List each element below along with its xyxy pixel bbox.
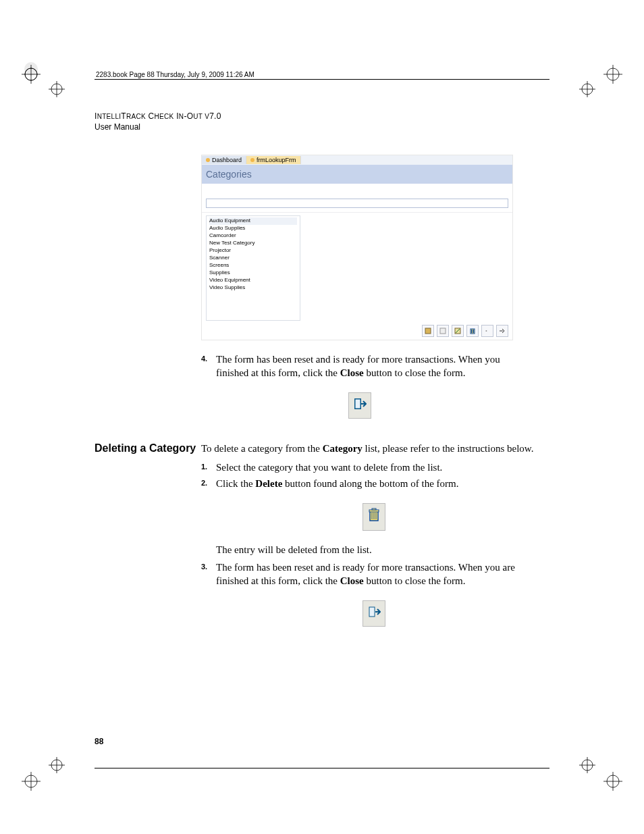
svg-text:•: • <box>485 328 487 334</box>
svg-rect-21 <box>372 509 376 510</box>
step-text: The form has been reset and is ready for… <box>216 353 518 380</box>
delete-button-icon <box>363 503 385 531</box>
edit-icon[interactable] <box>452 325 464 337</box>
step-text: Select the category that you want to del… <box>216 461 547 474</box>
step-text: Click the Delete button found along the … <box>216 477 547 490</box>
new-icon[interactable] <box>437 325 449 337</box>
list-item[interactable]: Audio Supplies <box>209 225 297 232</box>
list-item[interactable]: Supplies <box>209 269 297 277</box>
close-button-icon <box>363 600 385 627</box>
footer-rule <box>95 768 549 768</box>
step-text: The form has been reset and is ready for… <box>216 561 547 588</box>
section-title: Deleting a Category <box>95 442 201 639</box>
categories-form-screenshot: Dashboard frmLookupFrm Categories Audio … <box>201 155 513 340</box>
list-item[interactable]: Projector <box>209 247 297 255</box>
doc-title: INTELLITRACK CHECK IN-OUT V7.0 <box>95 111 547 121</box>
tab-label: Dashboard <box>212 157 242 163</box>
step-number: 2. <box>201 477 216 490</box>
close-button-icon <box>348 392 371 419</box>
close-icon[interactable] <box>496 325 508 337</box>
list-item[interactable]: Audio Equipment <box>209 217 297 225</box>
svg-rect-18 <box>355 399 360 409</box>
tab-dashboard[interactable]: Dashboard <box>202 156 246 164</box>
list-item[interactable]: New Test Category <box>209 240 297 247</box>
save-icon[interactable] <box>422 325 434 337</box>
svg-rect-11 <box>440 328 446 334</box>
step-number: 3. <box>201 561 216 588</box>
tab-label: frmLookupFrm <box>257 157 296 163</box>
list-item[interactable]: Scanner <box>209 255 297 262</box>
step-number: 4. <box>201 353 216 380</box>
crop-mark-icon <box>576 756 624 793</box>
list-item[interactable]: Screens <box>209 262 297 269</box>
crop-mark-icon <box>576 61 624 99</box>
list-item[interactable]: Video Equipment <box>209 277 297 284</box>
page-number: 88 <box>95 737 103 746</box>
svg-rect-25 <box>369 607 375 617</box>
help-icon[interactable]: • <box>481 325 493 337</box>
header-tag: 2283.book Page 88 Thursday, July 9, 2009… <box>96 71 254 78</box>
svg-rect-10 <box>425 328 431 334</box>
header-rule <box>95 79 549 80</box>
category-list[interactable]: Audio Equipment Audio Supplies Camcorder… <box>206 215 300 321</box>
search-input[interactable] <box>206 199 508 208</box>
tab-lookup-form[interactable]: frmLookupFrm <box>246 156 301 164</box>
delete-icon[interactable] <box>466 325 479 337</box>
section-intro: To delete a category from the Category l… <box>201 442 547 455</box>
form-title: Categories <box>202 165 512 184</box>
doc-subtitle: User Manual <box>95 122 547 132</box>
step-note: The entry will be deleted from the list. <box>216 543 547 556</box>
list-item[interactable]: Camcorder <box>209 232 297 240</box>
crop-mark-icon <box>20 756 68 793</box>
step-number: 1. <box>201 461 216 474</box>
crop-mark-icon <box>20 61 68 99</box>
list-item[interactable]: Video Supplies <box>209 284 297 292</box>
